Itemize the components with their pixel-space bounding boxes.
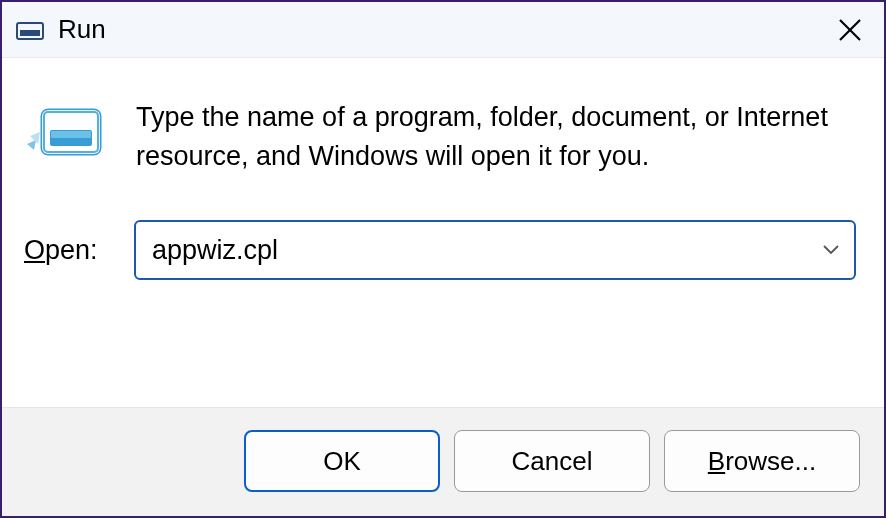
open-combobox[interactable] bbox=[134, 220, 856, 280]
info-text: Type the name of a program, folder, docu… bbox=[136, 96, 856, 176]
run-app-icon bbox=[24, 100, 106, 164]
window-title: Run bbox=[58, 14, 830, 45]
dialog-footer: OK Cancel Browse... bbox=[2, 407, 884, 516]
close-icon bbox=[837, 17, 863, 43]
open-combobox-wrapper bbox=[134, 220, 856, 280]
titlebar: Run bbox=[2, 2, 884, 58]
close-button[interactable] bbox=[830, 10, 870, 50]
cancel-button[interactable]: Cancel bbox=[454, 430, 650, 492]
open-input-row: Open: bbox=[24, 220, 856, 280]
browse-button[interactable]: Browse... bbox=[664, 430, 860, 492]
svg-rect-8 bbox=[51, 131, 91, 138]
run-dialog-window: Run Type the name of a program, bbox=[0, 0, 886, 518]
svg-rect-1 bbox=[20, 30, 40, 36]
ok-button[interactable]: OK bbox=[244, 430, 440, 492]
run-titlebar-icon bbox=[16, 19, 44, 41]
dialog-content: Type the name of a program, folder, docu… bbox=[2, 58, 884, 407]
open-label: Open: bbox=[24, 235, 114, 266]
info-row: Type the name of a program, folder, docu… bbox=[24, 96, 856, 176]
